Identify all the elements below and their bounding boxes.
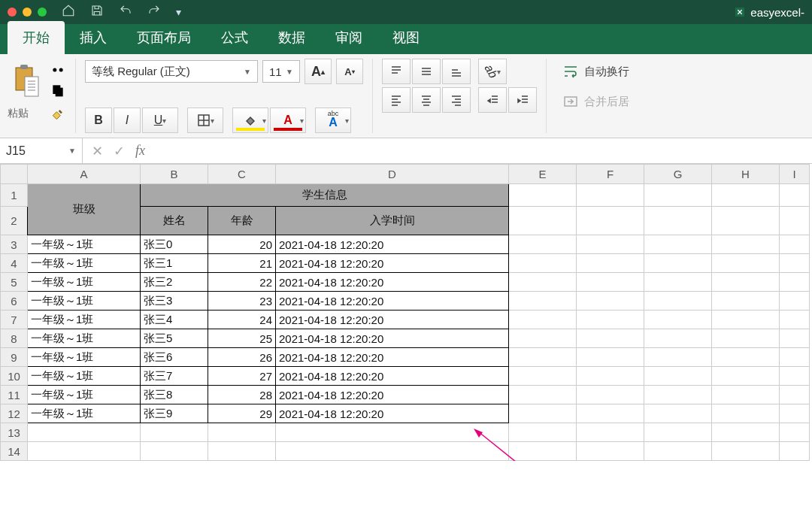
cell[interactable] [780,235,810,254]
cell[interactable] [780,442,810,461]
cell[interactable] [509,292,577,311]
cell[interactable] [509,404,577,423]
cell[interactable] [577,442,644,461]
cell-name[interactable]: 张三2 [141,273,208,292]
cell[interactable] [780,254,810,273]
cell-class[interactable]: 一年级～1班 [28,329,141,348]
qat-dropdown-icon[interactable]: ▾ [176,6,181,18]
cell[interactable] [577,386,644,404]
row-header[interactable]: 1 [1,184,28,207]
cell[interactable] [577,404,644,423]
align-center-button[interactable] [412,87,441,113]
minimize-window-button[interactable] [23,8,32,17]
col-header[interactable]: A [28,165,141,184]
cell-time[interactable]: 2021-04-18 12:20:20 [276,311,509,329]
formula-input[interactable] [154,138,812,163]
col-header[interactable]: I [780,165,810,184]
cell-name[interactable]: 张三1 [141,254,208,273]
cell[interactable] [780,292,810,311]
cell[interactable] [780,367,810,386]
row-header[interactable]: 6 [1,292,28,311]
close-window-button[interactable] [8,8,17,17]
cell[interactable] [509,329,577,348]
cell-time[interactable]: 2021-04-18 12:20:20 [276,235,509,254]
cell-name[interactable]: 张三8 [141,386,208,404]
col-header[interactable]: D [276,165,509,184]
cell[interactable] [712,442,780,461]
cell[interactable] [712,207,780,235]
cell[interactable] [644,386,712,404]
cell[interactable] [780,329,810,348]
cell-name[interactable]: 张三9 [141,404,208,423]
cell-class[interactable]: 一年级～1班 [28,311,141,329]
header-class[interactable]: 班级 [28,184,141,235]
cell-name[interactable]: 张三0 [141,235,208,254]
increase-font-button[interactable]: A▴ [304,59,332,84]
cell-class[interactable]: 一年级～1班 [28,254,141,273]
maximize-window-button[interactable] [38,8,47,17]
tab-2[interactable]: 页面布局 [122,21,206,54]
tab-4[interactable]: 数据 [263,21,320,54]
copy-icon[interactable] [50,83,66,101]
row-header[interactable]: 8 [1,329,28,348]
row-header[interactable]: 10 [1,367,28,386]
home-icon[interactable] [62,4,75,20]
fill-color-button[interactable]: ▾ [232,108,268,133]
row-header[interactable]: 13 [1,423,28,442]
row-header[interactable]: 9 [1,348,28,367]
cell[interactable] [780,386,810,404]
redo-icon[interactable] [147,4,161,20]
cell[interactable] [644,329,712,348]
decrease-font-button[interactable]: A▾ [336,59,363,84]
cell[interactable] [28,442,141,461]
cell-time[interactable]: 2021-04-18 12:20:20 [276,273,509,292]
font-size-select[interactable]: 11▼ [262,60,300,83]
cell[interactable] [577,348,644,367]
align-left-button[interactable] [382,87,411,113]
cell-time[interactable]: 2021-04-18 12:20:20 [276,367,509,386]
cell[interactable] [780,207,810,235]
cell[interactable] [577,311,644,329]
cell[interactable] [712,386,780,404]
cell[interactable] [780,348,810,367]
cell[interactable] [509,235,577,254]
cell-class[interactable]: 一年级～1班 [28,273,141,292]
row-header[interactable]: 3 [1,235,28,254]
cell-time[interactable]: 2021-04-18 12:20:20 [276,348,509,367]
col-header[interactable]: B [141,165,208,184]
cell[interactable] [577,207,644,235]
cell[interactable] [644,367,712,386]
cell-name[interactable]: 张三7 [141,367,208,386]
col-header[interactable]: H [712,165,780,184]
select-all-corner[interactable] [1,165,28,184]
tab-3[interactable]: 公式 [206,21,263,54]
cell[interactable] [644,254,712,273]
decrease-indent-button[interactable] [478,87,507,113]
cell-age[interactable]: 24 [208,311,276,329]
cell-age[interactable]: 27 [208,367,276,386]
cell[interactable] [28,423,141,442]
cell-class[interactable]: 一年级～1班 [28,292,141,311]
cell[interactable] [509,442,577,461]
undo-icon[interactable] [119,4,132,20]
name-box[interactable]: J15▼ [0,138,83,163]
cell[interactable] [141,442,208,461]
cell[interactable] [644,442,712,461]
align-middle-button[interactable] [412,59,441,84]
cell[interactable] [644,207,712,235]
cell[interactable] [712,184,780,207]
merge-cells-button[interactable]: 合并后居 [556,89,637,114]
cell[interactable] [712,311,780,329]
tab-0[interactable]: 开始 [8,21,65,54]
cell-class[interactable]: 一年级～1班 [28,348,141,367]
row-header[interactable]: 7 [1,311,28,329]
cell-time[interactable]: 2021-04-18 12:20:20 [276,404,509,423]
cell[interactable] [780,184,810,207]
font-name-select[interactable]: 等线 Regular (正文)▼ [85,60,258,83]
format-painter-icon[interactable] [50,107,66,125]
header-name[interactable]: 姓名 [141,207,208,235]
cell-age[interactable]: 22 [208,273,276,292]
header-time[interactable]: 入学时间 [276,207,509,235]
cell[interactable] [712,329,780,348]
tab-1[interactable]: 插入 [65,21,122,54]
